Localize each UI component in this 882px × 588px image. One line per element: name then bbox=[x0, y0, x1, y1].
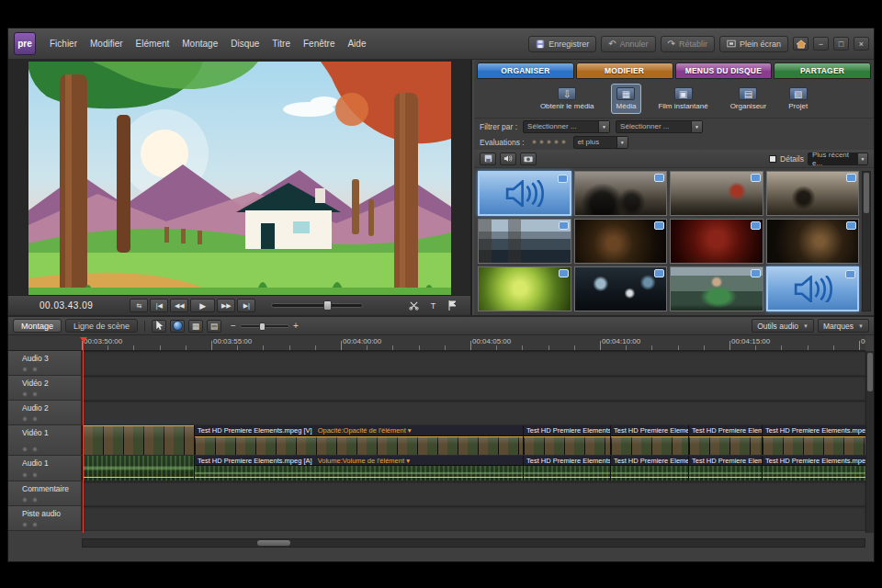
tab-organiser[interactable]: ORGANISER bbox=[477, 62, 574, 79]
add-marker-button[interactable] bbox=[446, 300, 459, 312]
star-icon[interactable] bbox=[554, 140, 559, 144]
media-item-video[interactable] bbox=[670, 266, 763, 311]
star-icon[interactable] bbox=[539, 140, 544, 144]
save-media-button[interactable] bbox=[480, 153, 496, 165]
minimize-button[interactable]: − bbox=[813, 37, 829, 51]
rewind-button[interactable]: ◀◀ bbox=[170, 299, 188, 312]
shuttle-slider[interactable] bbox=[271, 303, 363, 308]
ratings-more-select[interactable]: et plus ▼ bbox=[573, 136, 628, 149]
mute-toggle-icon[interactable] bbox=[22, 522, 28, 527]
undo-button[interactable]: ↶ Annuler bbox=[601, 36, 655, 52]
audio-clip[interactable]: Test HD Premiere Elements.mpeg [A] bbox=[610, 456, 688, 481]
video-clip[interactable]: Test HD Premiere Elements.mpeg [V]Opacit… bbox=[762, 425, 865, 455]
media-scroll-thumb[interactable] bbox=[864, 173, 869, 213]
video-clip[interactable]: Test HD Premiere Elements.mpeg [V] bbox=[523, 425, 610, 455]
media-item-video[interactable] bbox=[766, 171, 860, 216]
audio-clip[interactable]: Test HD Premiere Elements.mpeg [A] bbox=[688, 456, 762, 481]
sceneline-view-button[interactable]: Ligne de scène bbox=[65, 319, 138, 333]
track-header[interactable]: Audio 3 bbox=[8, 351, 82, 375]
eye-toggle-icon[interactable] bbox=[22, 447, 28, 452]
mute-toggle-icon[interactable] bbox=[22, 367, 28, 372]
track-lane[interactable] bbox=[82, 351, 865, 375]
nav-instant-movie[interactable]: ▣ Film instantané bbox=[652, 84, 713, 114]
lock-toggle-icon[interactable] bbox=[32, 447, 38, 452]
video-clip[interactable]: Test HD Premiere Elements.mpeg [V] bbox=[688, 425, 762, 455]
star-icon[interactable] bbox=[561, 140, 566, 144]
track-header[interactable]: Vidéo 1 bbox=[8, 425, 82, 455]
media-scrollbar[interactable] bbox=[862, 171, 871, 311]
filter-select-1[interactable]: Sélectionner ... ▼ bbox=[523, 120, 610, 133]
step-forward-button[interactable]: ▶| bbox=[237, 299, 255, 312]
video-clip[interactable]: Test HD Premiere Elements.mpeg [V] bbox=[610, 425, 688, 455]
audio-clip[interactable]: Test HD Premiere Elements.mpeg [A] bbox=[523, 456, 610, 481]
close-button[interactable]: × bbox=[854, 37, 869, 51]
video-clip[interactable] bbox=[82, 425, 194, 455]
montage-view-button[interactable]: Montage bbox=[13, 319, 62, 333]
step-back-button[interactable]: |◀ bbox=[150, 299, 168, 312]
media-item-video[interactable] bbox=[574, 171, 668, 216]
nav-organiseur[interactable]: ▤ Organiseur bbox=[725, 84, 773, 114]
nav-media[interactable]: ▦ Média bbox=[611, 84, 642, 114]
audio-preview-button[interactable] bbox=[500, 153, 516, 165]
track-header[interactable]: Audio 1 bbox=[8, 456, 82, 481]
track-lane[interactable] bbox=[82, 506, 865, 530]
selection-tool-button[interactable] bbox=[152, 320, 166, 333]
menu-aide[interactable]: Aide bbox=[341, 39, 372, 49]
shuttle-knob[interactable] bbox=[323, 300, 332, 311]
save-button[interactable]: Enregistrer bbox=[528, 36, 596, 52]
menu-element[interactable]: Elément bbox=[130, 39, 176, 49]
media-item-audio[interactable] bbox=[766, 266, 860, 311]
fast-forward-button[interactable]: ▶▶ bbox=[217, 299, 235, 312]
eye-toggle-icon[interactable] bbox=[22, 391, 28, 397]
menu-disque[interactable]: Disque bbox=[224, 39, 266, 49]
track-header[interactable]: Commentaire bbox=[8, 481, 82, 505]
mute-toggle-icon[interactable] bbox=[22, 472, 28, 478]
play-button[interactable]: ▶ bbox=[190, 299, 215, 312]
lock-toggle-icon[interactable] bbox=[32, 472, 38, 478]
media-item-video[interactable] bbox=[670, 171, 763, 216]
vscroll-thumb[interactable] bbox=[867, 353, 873, 391]
split-clip-button[interactable] bbox=[407, 300, 421, 312]
camera-button[interactable] bbox=[520, 153, 537, 165]
nav-get-media[interactable]: ⇩ Obtenir le média bbox=[535, 84, 600, 114]
track-header[interactable]: Vidéo 2 bbox=[8, 376, 82, 400]
zoom-slider-knob[interactable] bbox=[259, 322, 266, 331]
menu-fichier[interactable]: Fichier bbox=[43, 39, 84, 49]
loop-toggle-button[interactable]: ⇆ bbox=[130, 299, 148, 312]
track-header[interactable]: Piste audio bbox=[8, 506, 82, 530]
timeline-hscrollbar[interactable] bbox=[82, 538, 865, 548]
zoom-out-button[interactable]: − bbox=[231, 321, 236, 331]
lock-toggle-icon[interactable] bbox=[32, 522, 38, 527]
media-item-video[interactable] bbox=[670, 219, 763, 264]
media-item-video[interactable] bbox=[478, 266, 571, 311]
zoom-slider[interactable] bbox=[240, 324, 289, 328]
nav-projet[interactable]: ▧ Projet bbox=[783, 84, 813, 114]
tab-menus-du-disque[interactable]: MENUS DU DISQUE bbox=[675, 62, 773, 79]
record-toggle-icon[interactable] bbox=[32, 497, 38, 503]
mute-toggle-icon[interactable] bbox=[22, 497, 28, 503]
track-lane[interactable] bbox=[82, 481, 865, 505]
details-checkbox[interactable] bbox=[769, 155, 776, 163]
menu-titre[interactable]: Titre bbox=[266, 39, 297, 49]
clip-property[interactable]: Volume:Volume de l'élément ▾ bbox=[318, 457, 410, 465]
playhead[interactable] bbox=[83, 338, 84, 533]
zoom-in-button[interactable]: + bbox=[293, 321, 299, 331]
mute-toggle-icon[interactable] bbox=[22, 416, 28, 422]
properties-button[interactable]: ▦ bbox=[188, 320, 203, 333]
audio-tools-button[interactable]: Outils audio ▼ bbox=[752, 319, 814, 333]
sort-select[interactable]: Plus récent e... ▼ bbox=[808, 153, 868, 165]
track-lane[interactable] bbox=[82, 376, 865, 400]
track-lane[interactable]: Test HD Premiere Elements.mpeg [A]Volume… bbox=[82, 456, 865, 481]
star-icon[interactable] bbox=[547, 140, 551, 144]
track-lane[interactable] bbox=[82, 401, 865, 424]
audio-clip[interactable] bbox=[82, 456, 194, 481]
tab-modifier[interactable]: MODIFIER bbox=[576, 62, 673, 79]
time-ruler[interactable]: 00:03:50:00 00:03:55:00 00:04:00:00 00:0… bbox=[8, 335, 865, 351]
track-lane[interactable]: Test HD Premiere Elements.mpeg [V]Opacit… bbox=[82, 425, 865, 455]
media-item-video[interactable] bbox=[766, 219, 860, 264]
fullscreen-button[interactable]: Plein écran bbox=[719, 36, 788, 52]
rating-stars[interactable] bbox=[532, 140, 566, 144]
menu-fenetre[interactable]: Fenêtre bbox=[297, 39, 341, 49]
filter-select-2[interactable]: Sélectionner ... ▼ bbox=[616, 120, 703, 133]
home-button[interactable] bbox=[793, 37, 808, 51]
